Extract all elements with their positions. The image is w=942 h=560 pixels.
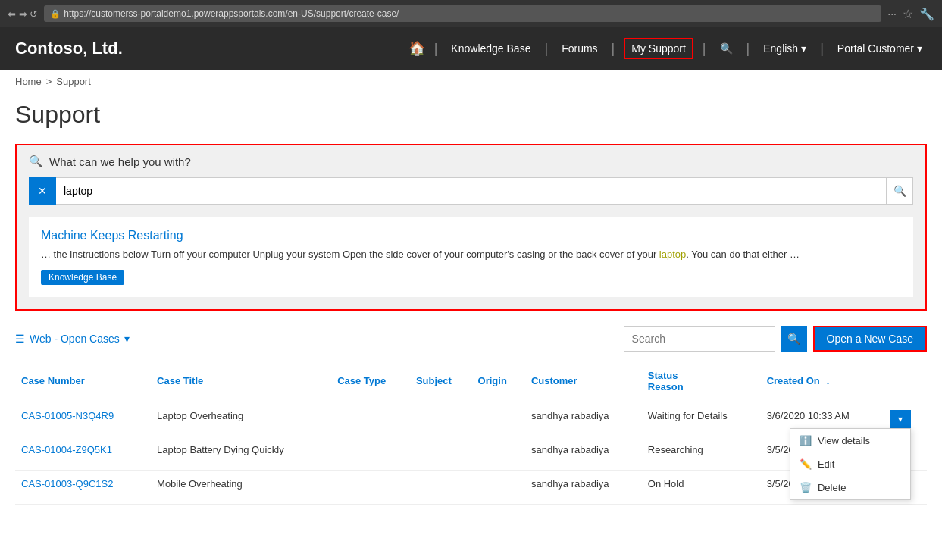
cases-toolbar: ☰ Web - Open Cases ▾ 🔍 Open a New Case bbox=[15, 326, 927, 352]
sort-icon: ↓ bbox=[825, 375, 831, 386]
search-helper-icon: 🔍 bbox=[29, 155, 43, 168]
search-go-button[interactable]: 🔍 bbox=[886, 177, 913, 205]
search-panel-header: 🔍 What can we help you with? bbox=[17, 145, 925, 177]
case-number-link[interactable]: CAS-01005-N3Q4R9 bbox=[21, 410, 114, 421]
url-bar[interactable]: 🔒 https://customerss-portaldemo1.powerap… bbox=[44, 5, 881, 22]
snippet-before: … the instructions below Turn off your c… bbox=[41, 249, 659, 260]
cases-search-input[interactable] bbox=[624, 326, 775, 352]
col-created-on[interactable]: Created On ↓ bbox=[761, 364, 884, 402]
cell-origin bbox=[472, 470, 525, 504]
nav-my-support[interactable]: My Support bbox=[624, 38, 693, 59]
dropdown-arrow-icon: ▾ bbox=[124, 333, 130, 345]
cell-subject bbox=[410, 402, 472, 436]
nav-links: 🏠 | Knowledge Base | Forums | My Support… bbox=[153, 38, 927, 59]
list-icon: ☰ bbox=[15, 333, 25, 345]
col-case-type[interactable]: Case Type bbox=[331, 364, 410, 402]
col-status-reason[interactable]: StatusReason bbox=[642, 364, 761, 402]
cell-case-type bbox=[331, 470, 410, 504]
open-case-button[interactable]: Open a New Case bbox=[813, 326, 927, 352]
search-result-snippet: … the instructions below Turn off your c… bbox=[41, 247, 901, 262]
col-origin[interactable]: Origin bbox=[472, 364, 525, 402]
cell-case-title: Laptop Overheating bbox=[151, 402, 331, 436]
cases-view-selector[interactable]: ☰ Web - Open Cases ▾ bbox=[15, 333, 130, 345]
cell-customer: sandhya rabadiya bbox=[525, 402, 642, 436]
cell-case-title: Mobile Overheating bbox=[151, 470, 331, 504]
col-customer[interactable]: Customer bbox=[525, 364, 642, 402]
view-label: Web - Open Cases bbox=[30, 333, 120, 345]
cases-tbody: CAS-01005-N3Q4R9 Laptop Overheating sand… bbox=[15, 402, 927, 504]
search-result-tag[interactable]: Knowledge Base bbox=[41, 270, 124, 285]
nav-english[interactable]: English ▾ bbox=[759, 39, 811, 58]
home-icon[interactable]: 🏠 bbox=[408, 40, 425, 57]
nav-search-icon[interactable]: 🔍 bbox=[715, 39, 737, 58]
cell-status-reason: On Hold bbox=[642, 470, 761, 504]
action-edit[interactable]: ✏️ Edit bbox=[790, 452, 910, 476]
breadcrumb-current: Support bbox=[56, 76, 91, 87]
table-header: Case Number Case Title Case Type Subject… bbox=[15, 364, 927, 402]
nav-knowledge-base[interactable]: Knowledge Base bbox=[446, 39, 535, 58]
action-delete[interactable]: 🗑️ Delete bbox=[790, 476, 910, 499]
edit-icon: ✏️ bbox=[800, 458, 812, 470]
site-logo: Contoso, Ltd. bbox=[15, 39, 123, 58]
page-title: Support bbox=[0, 93, 942, 144]
nav-forums[interactable]: Forums bbox=[557, 39, 602, 58]
cell-action: ▾ ℹ️ View details ✏️ Edit 🗑️ Delete bbox=[884, 402, 927, 436]
search-helper-text: What can we help you with? bbox=[49, 155, 191, 168]
url-text: https://customerss-portaldemo1.powerapps… bbox=[64, 8, 399, 19]
search-clear-button[interactable]: ✕ bbox=[29, 177, 56, 205]
chevron-down-icon: ▾ bbox=[917, 42, 922, 55]
snippet-after: . You can do that either … bbox=[686, 249, 800, 260]
search-panel: 🔍 What can we help you with? ✕ 🔍 Machine… bbox=[15, 144, 927, 311]
cell-subject bbox=[410, 470, 472, 504]
cell-case-title: Laptop Battery Dying Quickly bbox=[151, 436, 331, 470]
cell-case-number: CAS-01005-N3Q4R9 bbox=[15, 402, 151, 436]
delete-icon: 🗑️ bbox=[800, 482, 812, 493]
nav-portal-customer[interactable]: Portal Customer ▾ bbox=[833, 39, 927, 58]
col-actions bbox=[884, 364, 927, 402]
cell-case-number: CAS-01004-Z9Q5K1 bbox=[15, 436, 151, 470]
table-row: CAS-01005-N3Q4R9 Laptop Overheating sand… bbox=[15, 402, 927, 436]
search-result: Machine Keeps Restarting … the instructi… bbox=[29, 217, 913, 297]
cell-origin bbox=[472, 436, 525, 470]
search-input[interactable] bbox=[56, 177, 886, 205]
cell-case-type bbox=[331, 402, 410, 436]
cell-customer: sandhya rabadiya bbox=[525, 470, 642, 504]
case-number-link[interactable]: CAS-01003-Q9C1S2 bbox=[21, 478, 113, 490]
cell-subject bbox=[410, 436, 472, 470]
top-nav: Contoso, Ltd. 🏠 | Knowledge Base | Forum… bbox=[0, 27, 942, 70]
cell-status-reason: Researching bbox=[642, 436, 761, 470]
col-case-number[interactable]: Case Number bbox=[15, 364, 151, 402]
action-dropdown-button[interactable]: ▾ bbox=[890, 410, 911, 428]
cases-search-button[interactable]: 🔍 bbox=[781, 326, 807, 352]
col-case-title[interactable]: Case Title bbox=[151, 364, 331, 402]
search-result-title[interactable]: Machine Keeps Restarting bbox=[41, 229, 901, 242]
info-icon: ℹ️ bbox=[800, 435, 812, 446]
cases-table: Case Number Case Title Case Type Subject… bbox=[15, 364, 927, 505]
cases-toolbar-right: 🔍 Open a New Case bbox=[624, 326, 927, 352]
chevron-down-icon: ▾ bbox=[801, 42, 806, 55]
browser-more-icon: ··· bbox=[887, 8, 897, 20]
breadcrumb-separator: > bbox=[46, 76, 52, 87]
breadcrumb-home[interactable]: Home bbox=[15, 76, 42, 87]
cell-status-reason: Waiting for Details bbox=[642, 402, 761, 436]
search-input-row: ✕ 🔍 bbox=[17, 177, 925, 217]
cases-section: ☰ Web - Open Cases ▾ 🔍 Open a New Case C… bbox=[0, 326, 942, 505]
cell-customer: sandhya rabadiya bbox=[525, 436, 642, 470]
breadcrumb: Home > Support bbox=[0, 70, 942, 93]
cell-case-type bbox=[331, 436, 410, 470]
browser-chrome: ⬅ ➡ ↺ 🔒 https://customerss-portaldemo1.p… bbox=[0, 0, 942, 27]
cell-case-number: CAS-01003-Q9C1S2 bbox=[15, 470, 151, 504]
snippet-highlight: laptop bbox=[659, 249, 686, 260]
case-number-link[interactable]: CAS-01004-Z9Q5K1 bbox=[21, 444, 112, 455]
cell-origin bbox=[472, 402, 525, 436]
action-dropdown-menu: ℹ️ View details ✏️ Edit 🗑️ Delete bbox=[790, 428, 911, 500]
col-subject[interactable]: Subject bbox=[410, 364, 472, 402]
action-view-details[interactable]: ℹ️ View details bbox=[790, 429, 910, 452]
